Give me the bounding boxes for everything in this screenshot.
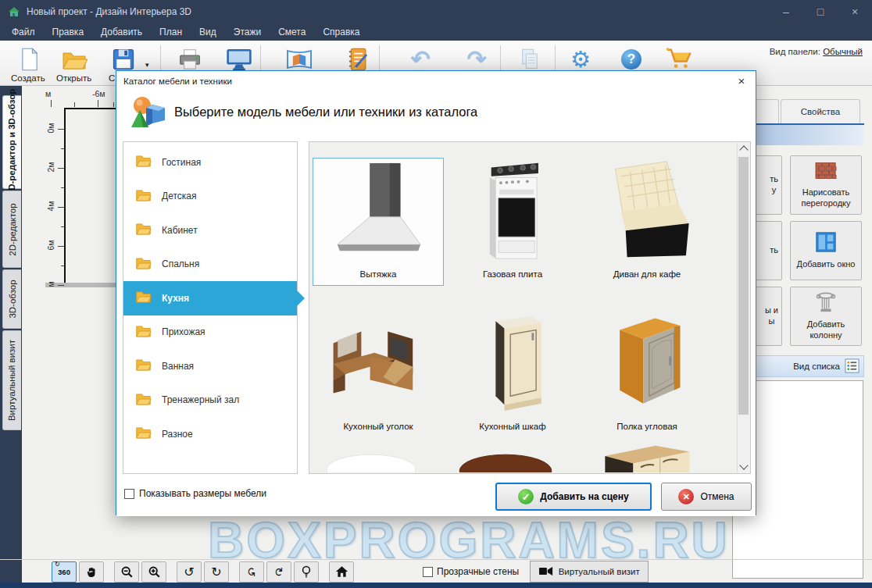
settings-gear-icon[interactable]: ⚙: [565, 45, 596, 73]
item-thumbnail: [320, 312, 437, 412]
maximize-button[interactable]: □: [803, 0, 838, 23]
panel-view-link[interactable]: Обычный: [823, 47, 863, 56]
catalog-item-hood[interactable]: Вытяжка: [313, 158, 444, 286]
catalog-items-panel: Вытяжка Газовая плита Диван для кафе Кух…: [309, 141, 751, 474]
bottom-btn-orbit-cw[interactable]: ↻: [266, 561, 291, 583]
menu-item[interactable]: Этажи: [225, 24, 270, 40]
close-button[interactable]: ×: [838, 0, 872, 23]
category-item[interactable]: Спальня: [123, 248, 297, 282]
catalog-item-cafe-sofa[interactable]: Диван для кафе: [581, 158, 713, 286]
catalog-item-partial[interactable]: [313, 443, 442, 472]
bottom-btn-pan-hand[interactable]: [79, 561, 104, 583]
help-icon[interactable]: ?: [616, 45, 647, 73]
app-icon: [8, 5, 20, 18]
category-item[interactable]: Кухня: [123, 281, 297, 315]
scrollbar-thumb[interactable]: [738, 157, 749, 415]
items-scrollbar[interactable]: [737, 143, 749, 472]
window-title: Новый проект - Дизайн Интерьера 3D: [27, 6, 191, 17]
bottom-btn-zoom-in[interactable]: [141, 561, 166, 583]
list-view-icon[interactable]: [845, 358, 859, 375]
copy-icon[interactable]: [514, 45, 545, 73]
print-icon[interactable]: [174, 45, 205, 73]
save-floppy-icon[interactable]: [108, 45, 139, 73]
catalog-item-corner-shelf[interactable]: Полка угловая: [581, 310, 713, 438]
transparent-walls-label: Прозрачные стены: [437, 566, 519, 577]
catalog-item-kitchen-corner[interactable]: Кухонный уголок: [313, 310, 444, 438]
menu-item[interactable]: Смета: [270, 24, 314, 40]
cancel-button[interactable]: ✕ Отмена: [661, 483, 752, 511]
bottom-btn-rotate-360[interactable]: 360: [52, 561, 77, 583]
category-item[interactable]: Гостиная: [123, 145, 297, 180]
cart-icon[interactable]: [664, 45, 695, 73]
catalog-item-partial[interactable]: [447, 443, 577, 472]
catalog-dialog: Каталог мебели и техники × Выберите моде…: [116, 70, 756, 515]
tab-virtual-visit[interactable]: Виртуальный визит: [2, 330, 21, 430]
bottom-btn-lighting[interactable]: [294, 561, 319, 583]
panel-view-control: Вид панели: Обычный: [770, 47, 863, 56]
menu-item[interactable]: План: [151, 24, 191, 40]
check-circle-icon: ✓: [518, 489, 534, 504]
tab-3d-view[interactable]: 3D-обзор: [2, 269, 21, 329]
bottom-btn-zoom-out[interactable]: [114, 561, 139, 583]
create-button-label[interactable]: Создать: [11, 73, 45, 83]
menu-item[interactable]: Справка: [314, 24, 368, 40]
add-column-button[interactable]: Добавить колонну: [790, 287, 862, 346]
transparent-walls-checkbox[interactable]: [423, 567, 433, 577]
tab-2d-editor[interactable]: 2D-редактор: [2, 191, 21, 268]
dialog-title-bar[interactable]: Каталог мебели и техники ×: [116, 71, 756, 91]
catalog-item-gas-stove[interactable]: Газовая плита: [447, 158, 578, 286]
save-dropdown-caret[interactable]: ▾: [145, 61, 149, 69]
category-list: ГостинаяДетскаяКабинетСпальняКухняПрихож…: [123, 145, 297, 451]
bottom-btn-orbit-ccw[interactable]: ↺: [239, 561, 264, 583]
minimize-button[interactable]: –: [769, 0, 803, 23]
add-window-button[interactable]: Добавить окно: [790, 221, 862, 280]
folder-icon: [135, 392, 152, 408]
redo-icon[interactable]: ↷: [461, 45, 492, 73]
bottom-btn-home-view[interactable]: [329, 561, 354, 583]
catalog-item-partial[interactable]: [581, 443, 711, 472]
menu-item[interactable]: Вид: [191, 24, 225, 40]
new-document-icon[interactable]: [14, 45, 45, 73]
category-item[interactable]: Кабинет: [123, 213, 297, 248]
panorama-3d-icon[interactable]: [284, 45, 315, 73]
catalog-item-kitchen-cabinet[interactable]: Кухонный шкаф: [447, 310, 578, 438]
category-item[interactable]: Детская: [123, 180, 297, 214]
category-item[interactable]: Прихожая: [123, 315, 297, 350]
save-button-label[interactable]: С: [109, 73, 115, 83]
category-item[interactable]: Разное: [123, 417, 297, 451]
menu-item[interactable]: Правка: [44, 24, 93, 40]
scroll-up-arrow[interactable]: [738, 143, 749, 155]
room-wall-left: [64, 108, 66, 284]
bottom-btn-rotate-ccw[interactable]: ↺: [177, 561, 202, 583]
show-sizes-checkbox[interactable]: [124, 489, 134, 499]
category-item[interactable]: Тренажерный зал: [123, 383, 297, 418]
tab-properties[interactable]: Свойства: [781, 99, 860, 123]
scroll-down-arrow[interactable]: [738, 461, 749, 472]
menu-item[interactable]: Файл: [3, 24, 44, 40]
add-to-scene-button[interactable]: ✓ Добавить на сцену: [495, 483, 652, 511]
v-ruler-label: 0м: [46, 123, 55, 134]
panel-view-label: Вид панели:: [770, 47, 820, 56]
category-item[interactable]: Ванная: [123, 349, 297, 383]
menu-bar: ФайлПравкаДобавитьПланВидЭтажиСметаСправ…: [0, 23, 872, 41]
virtual-visit-button[interactable]: Виртуальный визит: [530, 561, 649, 583]
item-thumbnail: [588, 312, 706, 412]
draw-partition-button[interactable]: Нарисовать перегородку: [790, 155, 862, 215]
folder-icon: [135, 188, 152, 205]
undo-icon[interactable]: ↶: [405, 45, 436, 73]
notes-icon[interactable]: [342, 45, 373, 73]
v-ruler-label: м: [46, 279, 55, 290]
dialog-title: Каталог мебели и техники: [123, 77, 232, 86]
status-strip: [0, 583, 872, 588]
folder-icon: [135, 290, 152, 306]
monitor-view-icon[interactable]: [223, 45, 255, 73]
transparent-walls-control: Прозрачные стены: [423, 566, 519, 577]
room-wall-top: [64, 108, 116, 109]
menu-item[interactable]: Добавить: [92, 24, 151, 40]
bottom-btn-rotate-cw[interactable]: ↻: [204, 561, 229, 583]
folder-icon: [135, 154, 152, 170]
dialog-close-button[interactable]: ×: [732, 73, 751, 88]
open-folder-icon[interactable]: [59, 45, 91, 73]
open-button-label[interactable]: Открыть: [56, 73, 91, 83]
tab-2d-editor-and-3d-view[interactable]: 2D-редактор и 3D-обзор: [2, 95, 21, 189]
